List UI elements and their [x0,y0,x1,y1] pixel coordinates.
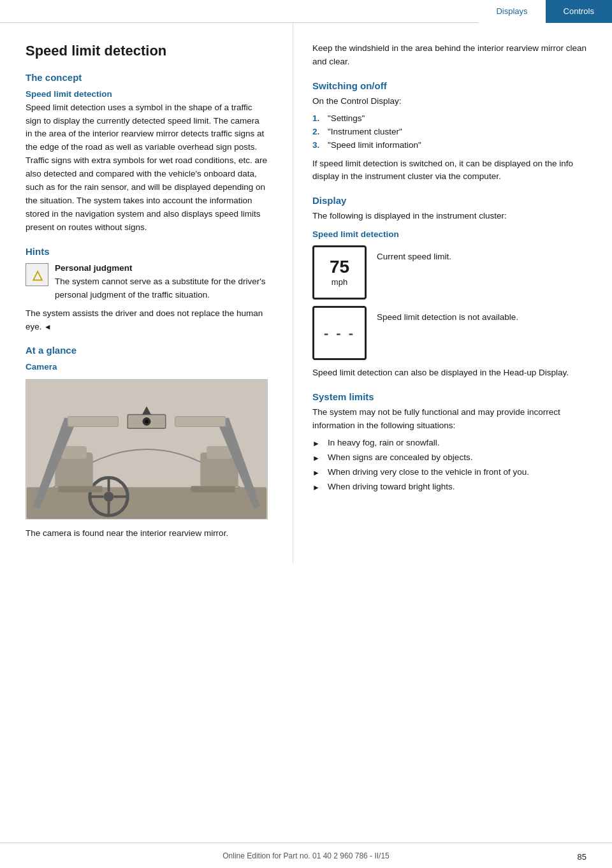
at-a-glance-heading: At a glance [26,345,267,356]
hint-box: △ Personal judgment The system cannot se… [26,262,267,302]
speed-dashes: - - - [324,325,355,342]
step-1: 1. "Settings" [312,112,586,126]
svg-rect-14 [207,446,232,459]
tab-displays[interactable]: Displays [478,0,545,23]
footer-text: Online Edition for Part no. 01 40 2 960 … [222,851,390,860]
head-up-note: Speed limit detection can also be displa… [312,366,586,380]
bullet-2: ► When signs are concealed by objects. [312,451,586,465]
bullet-4-text: When driving toward bright lights. [328,481,455,494]
hint-extra: The system assists the driver and does n… [26,307,267,334]
intro-text: Keep the windshield in the area behind t… [312,42,586,69]
right-column: Keep the windshield in the area behind t… [293,23,612,563]
speed-limit-75-display: 75 mph Current speed limit. [312,245,586,300]
svg-point-3 [104,492,114,502]
bullet-2-text: When signs are concealed by objects. [328,451,472,465]
speed-limit-box-dashes: - - - [312,306,367,360]
step-2-text: "Instrument cluster" [328,126,402,139]
svg-rect-18 [175,417,226,427]
speed-limit-subheading-right: Speed limit detection [312,229,586,239]
speed-limit-subheading-left: Speed limit detection [26,89,267,99]
display-intro: The following is displayed in the instru… [312,210,586,223]
speed-unit: mph [332,277,347,287]
step-3-text: "Speed limit information" [328,139,421,152]
steps-list: 1. "Settings" 2. "Instrument cluster" 3.… [312,112,586,152]
hint-title: Personal judgment [55,262,267,275]
switching-heading: Switching on/off [312,80,586,91]
step-2-num: 2. [312,126,324,139]
tab-controls[interactable]: Controls [546,0,612,23]
system-limits-intro: The system may not be fully functional a… [312,406,586,433]
step-2: 2. "Instrument cluster" [312,126,586,139]
steps-note: If speed limit detection is switched on,… [312,157,586,184]
step-1-text: "Settings" [328,112,365,126]
speed-limit-unavail-display: - - - Speed limit detection is not avail… [312,306,586,360]
footer: Online Edition for Part no. 01 40 2 960 … [0,843,612,868]
bullet-3: ► When driving very close to the vehicle… [312,466,586,479]
speed-value: 75 [330,258,349,276]
page-title: Speed limit detection [26,42,267,61]
bullet-3-arrow: ► [312,466,323,479]
bullet-4-arrow: ► [312,481,323,494]
speed-limit-caption: Current speed limit. [377,245,451,264]
switching-intro: On the Control Display: [312,95,586,108]
system-limits-heading: System limits [312,391,586,402]
page-number: 85 [578,852,586,862]
camera-subheading: Camera [26,362,267,372]
warning-icon: △ [26,263,48,286]
camera-caption: The camera is found near the interior re… [26,527,267,540]
end-mark: ◄ [42,322,52,331]
car-interior-sketch [26,380,267,519]
bullet-4: ► When driving toward bright lights. [312,481,586,494]
step-1-num: 1. [312,112,324,126]
bullet-1-text: In heavy fog, rain or snowfall. [328,437,440,450]
speed-unavail-caption: Speed limit detection is not available. [377,306,518,324]
bullet-1: ► In heavy fog, rain or snowfall. [312,437,586,450]
speed-limit-body: Speed limit detection uses a symbol in t… [26,101,267,235]
content-wrapper: Speed limit detection The concept Speed … [0,23,612,563]
concept-heading: The concept [26,72,267,83]
step-3: 3. "Speed limit information" [312,139,586,152]
hint-extra-text: The system assists the driver and does n… [26,308,263,331]
top-nav: Displays Controls [0,0,612,23]
hints-heading: Hints [26,246,267,257]
left-column: Speed limit detection The concept Speed … [0,23,293,563]
bullet-3-text: When driving very close to the vehicle i… [328,466,529,479]
hint-content: Personal judgment The system cannot serv… [55,262,267,302]
svg-rect-12 [61,446,87,459]
system-limits-list: ► In heavy fog, rain or snowfall. ► When… [312,437,586,494]
hint-body: The system cannot serve as a substitute … [55,275,267,302]
svg-rect-15 [58,486,102,493]
tab-controls-label: Controls [564,6,594,16]
step-3-num: 3. [312,139,324,152]
svg-rect-17 [68,417,118,427]
bullet-2-arrow: ► [312,451,323,465]
bullet-1-arrow: ► [312,437,323,450]
tab-displays-label: Displays [496,6,527,16]
speed-limit-box-75: 75 mph [312,245,367,300]
display-heading: Display [312,195,586,206]
camera-image [26,379,268,519]
svg-point-10 [145,420,149,424]
svg-rect-16 [191,486,235,493]
